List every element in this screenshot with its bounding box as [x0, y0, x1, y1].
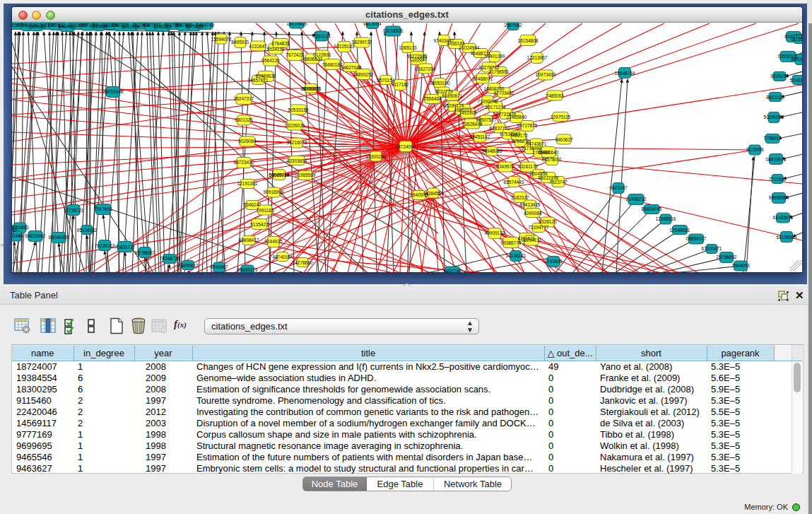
svg-text:1733436: 1733436: [544, 259, 563, 264]
svg-text:02294131: 02294131: [522, 238, 542, 243]
svg-text:97703482: 97703482: [494, 90, 514, 95]
svg-text:78480184: 78480184: [322, 62, 343, 67]
svg-text:3215958: 3215958: [746, 147, 764, 152]
svg-text:58685014: 58685014: [269, 173, 290, 177]
svg-text:9335290: 9335290: [770, 74, 789, 78]
svg-text:48740164: 48740164: [273, 255, 293, 259]
svg-text:61183673: 61183673: [773, 215, 794, 220]
svg-text:13171274: 13171274: [486, 105, 506, 110]
svg-text:86578091: 86578091: [542, 157, 563, 162]
svg-text:11116152: 11116152: [791, 37, 802, 42]
svg-text:95134332: 95134332: [77, 228, 98, 233]
svg-text:15300203: 15300203: [366, 154, 387, 159]
svg-text:2328120: 2328120: [539, 219, 557, 224]
svg-text:8813054: 8813054: [363, 23, 382, 26]
svg-text:14136141: 14136141: [506, 253, 526, 258]
svg-text:34216073: 34216073: [287, 140, 307, 145]
svg-text:1491905: 1491905: [459, 110, 477, 115]
svg-text:8454749: 8454749: [196, 23, 214, 28]
svg-text:26247317: 26247317: [234, 96, 254, 101]
svg-text:7917693: 7917693: [94, 206, 112, 211]
svg-text:0564139: 0564139: [261, 58, 280, 63]
svg-text:7556464: 7556464: [423, 96, 442, 101]
svg-text:21465840: 21465840: [507, 115, 527, 119]
svg-text:51983273: 51983273: [790, 78, 802, 83]
svg-text:49808412: 49808412: [239, 238, 259, 243]
svg-text:76320163: 76320163: [95, 243, 115, 248]
svg-text:21024994: 21024994: [459, 45, 480, 50]
svg-text:5534192: 5534192: [266, 47, 285, 52]
svg-text:9457791: 9457791: [443, 269, 461, 272]
svg-text:66889373: 66889373: [237, 267, 258, 272]
svg-text:59440640: 59440640: [539, 150, 559, 155]
svg-text:16154808: 16154808: [518, 38, 539, 43]
svg-text:50533158: 50533158: [288, 107, 309, 112]
svg-text:88424745: 88424745: [642, 206, 662, 211]
svg-text:8240084: 8240084: [524, 211, 542, 216]
svg-text:34657871: 34657871: [248, 78, 269, 83]
svg-text:2587682: 2587682: [504, 23, 522, 28]
svg-text:9463627: 9463627: [555, 137, 573, 142]
svg-text:54948083: 54948083: [482, 148, 502, 153]
svg-text:68723430: 68723430: [234, 160, 254, 165]
svg-text:72628498: 72628498: [462, 122, 483, 127]
svg-text:01965569: 01965569: [295, 173, 316, 177]
svg-text:14893252: 14893252: [353, 72, 374, 77]
svg-text:67837770: 67837770: [490, 126, 510, 131]
svg-text:6349578: 6349578: [496, 164, 514, 169]
svg-text:7711592: 7711592: [769, 177, 787, 182]
svg-text:08053100: 08053100: [430, 81, 450, 86]
svg-text:28059826: 28059826: [301, 86, 322, 91]
svg-text:7357274: 7357274: [312, 34, 331, 39]
svg-text:71094777: 71094777: [529, 225, 549, 230]
svg-text:12368516: 12368516: [656, 216, 676, 221]
svg-text:71093248: 71093248: [478, 99, 498, 104]
svg-text:6026064: 6026064: [238, 139, 257, 144]
svg-text:64743671: 64743671: [526, 141, 547, 146]
svg-text:99856984: 99856984: [769, 195, 789, 200]
svg-text:01627204: 01627204: [416, 66, 436, 71]
svg-text:9117182: 9117182: [392, 82, 409, 87]
svg-text:88516560: 88516560: [792, 57, 802, 62]
svg-text:56272980: 56272980: [407, 54, 428, 59]
svg-text:50240268: 50240268: [764, 115, 784, 119]
svg-text:43455812: 43455812: [178, 263, 199, 268]
svg-text:16648784: 16648784: [615, 71, 635, 76]
svg-text:70831727: 70831727: [115, 245, 136, 250]
svg-text:5135427: 5135427: [250, 222, 269, 227]
svg-text:89413435: 89413435: [520, 202, 541, 207]
svg-text:77738721: 77738721: [64, 208, 84, 213]
svg-text:16033809: 16033809: [287, 23, 307, 26]
svg-text:96507527: 96507527: [476, 117, 497, 122]
svg-text:6690967: 6690967: [210, 264, 228, 269]
svg-text:5951484: 5951484: [12, 233, 23, 238]
svg-text:2764835: 2764835: [271, 41, 290, 46]
svg-text:23226025: 23226025: [285, 123, 305, 128]
svg-text:69453147: 69453147: [470, 134, 490, 139]
svg-text:43161172: 43161172: [518, 164, 539, 169]
svg-text:21456232: 21456232: [626, 197, 647, 201]
svg-text:5182337: 5182337: [511, 195, 529, 200]
svg-text:71756551: 71756551: [489, 69, 510, 74]
svg-text:0122691: 0122691: [313, 52, 331, 57]
svg-text:13218506: 13218506: [383, 28, 404, 33]
svg-text:7672423: 7672423: [286, 52, 304, 57]
svg-text:7758917: 7758917: [763, 136, 782, 141]
svg-text:64823662: 64823662: [25, 233, 46, 238]
svg-text:74348734: 74348734: [160, 256, 180, 261]
svg-text:1065133: 1065133: [399, 45, 417, 50]
svg-text:7482175: 7482175: [510, 133, 528, 138]
svg-text:20053346: 20053346: [103, 89, 124, 94]
svg-text:99727875: 99727875: [517, 123, 538, 128]
svg-text:51850671: 51850671: [442, 93, 463, 98]
svg-text:15594078: 15594078: [211, 37, 232, 42]
svg-text:99386774: 99386774: [501, 240, 522, 245]
svg-text:49909133: 49909133: [485, 230, 505, 235]
svg-text:8244935: 8244935: [264, 239, 283, 244]
svg-text:23166587: 23166587: [12, 228, 18, 233]
svg-text:1640935: 1640935: [410, 192, 428, 197]
svg-text:8495931: 8495931: [231, 40, 249, 45]
svg-text:24278680: 24278680: [293, 260, 313, 265]
svg-text:0801326: 0801326: [235, 117, 253, 122]
svg-text:12191361: 12191361: [237, 181, 258, 186]
